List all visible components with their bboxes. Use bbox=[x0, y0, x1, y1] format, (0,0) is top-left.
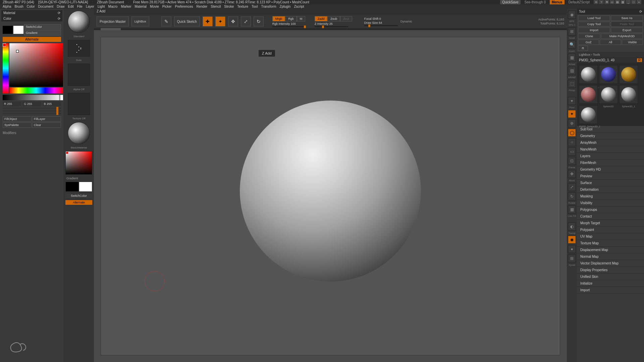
menu-tool[interactable]: Tool bbox=[252, 5, 258, 8]
clone-button[interactable]: Clone bbox=[578, 34, 600, 39]
menu-zplugin[interactable]: Zplugin bbox=[280, 5, 291, 8]
focal-shift[interactable]: Focal Shift 0 bbox=[364, 17, 398, 20]
refresh-icon[interactable]: ⟳ bbox=[58, 11, 60, 15]
acc-vdispmap[interactable]: Vector Displacement Map bbox=[577, 260, 644, 267]
menu-edit[interactable]: Edit bbox=[68, 5, 74, 8]
draw-button[interactable]: ✦ bbox=[215, 16, 225, 26]
help-icon[interactable]: ? bbox=[599, 0, 604, 4]
tool-header[interactable]: Tool ⟳ bbox=[577, 9, 644, 14]
rgb-intensity[interactable]: Rgb Intensity 100 bbox=[272, 22, 306, 25]
move-button[interactable]: ✥ bbox=[228, 16, 238, 26]
menu-macro[interactable]: Macro bbox=[108, 5, 118, 8]
menu-document[interactable]: Document bbox=[38, 5, 54, 8]
switchcolor-button[interactable]: SwitchColor bbox=[24, 24, 61, 29]
actual-button[interactable]: ▦ bbox=[568, 54, 576, 62]
import-button[interactable]: Import bbox=[578, 27, 610, 33]
alternate-mini[interactable]: Alternate bbox=[65, 200, 92, 205]
default-script[interactable]: DefaultZScript bbox=[569, 0, 590, 4]
frame-button[interactable]: ⊡ bbox=[568, 157, 576, 165]
rotate-nav-button[interactable]: ↻ bbox=[568, 192, 576, 200]
lasso-button[interactable]: ◯ bbox=[568, 129, 576, 137]
canvas-area[interactable]: Z Add bbox=[94, 30, 567, 362]
scale-nav-button[interactable]: ⤢ bbox=[568, 183, 576, 191]
acc-geometryhd[interactable]: Geometry HD bbox=[577, 166, 644, 173]
transp-button[interactable]: ◐ bbox=[568, 223, 576, 231]
sphere-mesh[interactable] bbox=[240, 101, 421, 282]
gradient-button[interactable]: Gradient bbox=[24, 30, 61, 36]
r-slider[interactable] bbox=[3, 108, 61, 109]
aahalf-button[interactable]: ▨ bbox=[568, 67, 576, 75]
acc-preview[interactable]: Preview bbox=[577, 173, 644, 180]
tool-thumb-6[interactable]: PM3D_Sphere3D_1 bbox=[579, 105, 598, 124]
visible-button[interactable]: Visible bbox=[622, 40, 643, 45]
acc-contact[interactable]: Contact bbox=[577, 213, 644, 220]
refresh-icon[interactable]: ⟳ bbox=[639, 10, 642, 13]
move-nav-button[interactable]: ✥ bbox=[568, 170, 576, 178]
acc-polypaint[interactable]: Polypaint bbox=[577, 227, 644, 233]
projection-master-button[interactable]: Projection Master bbox=[97, 16, 129, 26]
acc-masking[interactable]: Masking bbox=[577, 193, 644, 200]
menu-brush[interactable]: Brush bbox=[15, 5, 23, 8]
export-button[interactable]: Export bbox=[611, 27, 643, 33]
minimize-icon[interactable]: _ bbox=[626, 0, 631, 4]
modifiers-section[interactable]: Modifiers bbox=[1, 130, 62, 136]
gradient-picker[interactable] bbox=[65, 151, 92, 175]
quicksave-button[interactable]: QuickSave bbox=[500, 0, 520, 4]
gray-slider[interactable] bbox=[3, 95, 63, 100]
menu-picker[interactable]: Picker bbox=[162, 5, 172, 8]
menu-marker[interactable]: Marker bbox=[121, 5, 131, 8]
tool-thumb-4[interactable]: Sphere3D bbox=[599, 85, 618, 104]
tool-thumb-0[interactable]: PM3D_Sphere3D_1 bbox=[579, 65, 598, 84]
zsub-mode[interactable]: Zsub bbox=[327, 16, 340, 21]
makepoly-button[interactable]: Make PolyMesh3D bbox=[601, 34, 643, 39]
menu-movie[interactable]: Movie bbox=[150, 5, 159, 8]
texture-thumbnail[interactable] bbox=[68, 93, 90, 115]
acc-uvmap[interactable]: UV Map bbox=[577, 233, 644, 240]
acc-import[interactable]: Import bbox=[577, 287, 644, 294]
menu-zscript[interactable]: Zscript bbox=[294, 5, 304, 8]
menu-render[interactable]: Render bbox=[197, 5, 208, 8]
r-value[interactable]: R 255 bbox=[3, 102, 21, 106]
mini-white-swatch[interactable] bbox=[79, 182, 92, 191]
floor-button[interactable]: ▾ bbox=[568, 97, 576, 105]
menu-layer[interactable]: Layer bbox=[86, 5, 94, 8]
layout3-icon[interactable]: ▥ bbox=[621, 0, 625, 4]
g-slider[interactable] bbox=[3, 110, 61, 112]
color-picker[interactable] bbox=[3, 43, 63, 94]
loadtool-button[interactable]: Load Tool bbox=[578, 15, 610, 21]
config-icon[interactable]: ⚙ bbox=[604, 0, 609, 4]
rotate-button[interactable]: ↻ bbox=[254, 16, 264, 26]
linefill-button[interactable]: ▦ bbox=[568, 205, 576, 214]
lightbox-button[interactable]: LightBox bbox=[131, 16, 149, 26]
menu-alpha[interactable]: Alpha bbox=[3, 5, 11, 8]
saveas-button[interactable]: Save As bbox=[611, 15, 643, 21]
r-button[interactable]: R bbox=[578, 46, 588, 51]
tool-thumb-3[interactable]: EraserBrush bbox=[579, 85, 598, 104]
menu-texture[interactable]: Texture bbox=[237, 5, 248, 8]
tool-thumb-5[interactable]: Sphere3D_1 bbox=[619, 85, 638, 104]
acc-visibility[interactable]: Visibility bbox=[577, 200, 644, 206]
menu-color[interactable]: Color bbox=[27, 5, 35, 8]
zadd-mode[interactable]: Zadd bbox=[315, 16, 328, 21]
acc-nanomesh[interactable]: NanoMesh bbox=[577, 146, 644, 153]
acc-texturemap[interactable]: Texture Map bbox=[577, 240, 644, 247]
layout-icon[interactable]: ▭ bbox=[610, 0, 614, 4]
switchcolor-mini[interactable]: SwitchColor bbox=[65, 193, 92, 198]
xpose-button[interactable]: ⊞ bbox=[568, 254, 576, 262]
solo-button[interactable]: ● bbox=[568, 245, 576, 253]
circle-icon[interactable]: ○ bbox=[568, 138, 576, 146]
scroll-button[interactable]: ⊞ bbox=[568, 27, 576, 36]
b-value[interactable]: B 255 bbox=[43, 102, 61, 106]
pastetool-button[interactable]: Paste Tool bbox=[611, 21, 643, 27]
refresh-icon[interactable]: ⟳ bbox=[58, 17, 60, 20]
acc-morphtarget[interactable]: Morph Target bbox=[577, 220, 644, 227]
quicksketch-icon[interactable]: ✎ bbox=[161, 16, 171, 26]
tool-thumb-2[interactable]: SimpleBrush bbox=[619, 65, 638, 84]
edit-button[interactable]: ✚ bbox=[203, 16, 213, 26]
maximize-icon[interactable]: □ bbox=[631, 0, 636, 4]
color-header[interactable]: Color ⟳ bbox=[1, 16, 62, 21]
xyz-button[interactable]: ⊕ bbox=[568, 119, 576, 127]
menu-file[interactable]: File bbox=[77, 5, 83, 8]
lightbox-tools[interactable]: Lightbox › Tools bbox=[577, 52, 644, 57]
acc-deformation[interactable]: Deformation bbox=[577, 186, 644, 193]
